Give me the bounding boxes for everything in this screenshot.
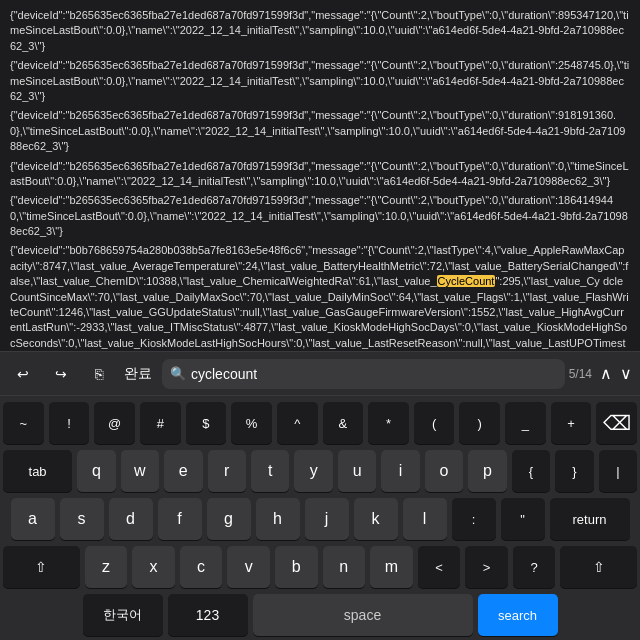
key-u[interactable]: u [338,450,376,492]
text-line-5: {"deviceId":"b265635ec6365fba27e1ded687a… [10,193,630,239]
key-c[interactable]: c [180,546,223,588]
key-k[interactable]: k [354,498,398,540]
key-caret[interactable]: ^ [277,402,318,444]
letters-row-2: a s d f g h j k l : " return [3,498,637,540]
key-w[interactable]: w [121,450,159,492]
key-colon[interactable]: : [452,498,496,540]
key-a[interactable]: a [11,498,55,540]
key-b[interactable]: b [275,546,318,588]
text-line-6: {"deviceId":"b0b768659754a280b038b5a7fe8… [10,243,630,351]
key-m[interactable]: m [370,546,413,588]
key-r[interactable]: r [208,450,246,492]
bottom-row: 한국어 123 space search [3,594,637,636]
language-key[interactable]: 한국어 [83,594,163,636]
toolbar: ↩ ↪ ⎘ 완료 🔍 5/14 ∧ ∨ [0,351,640,395]
key-x[interactable]: x [132,546,175,588]
key-lparen[interactable]: ( [414,402,455,444]
key-f[interactable]: f [158,498,202,540]
text-line-4: {"deviceId":"b265635ec6365fba27e1ded687a… [10,159,630,190]
return-key[interactable]: return [550,498,630,540]
key-o[interactable]: o [425,450,463,492]
key-gt[interactable]: > [465,546,508,588]
next-match-button[interactable]: ∨ [616,364,636,383]
key-at[interactable]: @ [94,402,135,444]
space-key[interactable]: space [253,594,473,636]
search-icon: 🔍 [170,366,186,381]
letters-row-3: ⇧ z x c v b n m < > ? ⇧ [3,546,637,588]
key-lt[interactable]: < [418,546,461,588]
shift-key[interactable]: ⇧ [3,546,80,588]
key-e[interactable]: e [164,450,202,492]
num-key[interactable]: 123 [168,594,248,636]
delete-key[interactable]: ⌫ [596,402,637,444]
key-underscore[interactable]: _ [505,402,546,444]
text-line-2: {"deviceId":"b265635ec6365fba27e1ded687a… [10,58,630,104]
key-pipe[interactable]: | [599,450,637,492]
text-line-3: {"deviceId":"b265635ec6365fba27e1ded687a… [10,108,630,154]
match-count: 5/14 [569,367,592,381]
key-l[interactable]: l [403,498,447,540]
key-d[interactable]: d [109,498,153,540]
key-j[interactable]: j [305,498,349,540]
key-rparen[interactable]: ) [459,402,500,444]
key-amp[interactable]: & [323,402,364,444]
key-q[interactable]: q [77,450,115,492]
key-y[interactable]: y [294,450,332,492]
search-input[interactable] [191,366,557,382]
key-asterisk[interactable]: * [368,402,409,444]
key-question[interactable]: ? [513,546,556,588]
search-bar: 🔍 [162,359,565,389]
key-percent[interactable]: % [231,402,272,444]
key-plus[interactable]: + [551,402,592,444]
key-h[interactable]: h [256,498,300,540]
key-s[interactable]: s [60,498,104,540]
key-lbrace[interactable]: { [512,450,550,492]
key-v[interactable]: v [227,546,270,588]
keyboard: ~ ! @ # $ % ^ & * ( ) _ + ⌫ tab q w e r … [0,395,640,640]
key-rbrace[interactable]: } [555,450,593,492]
key-dollar[interactable]: $ [186,402,227,444]
paste-button[interactable]: ⎘ [80,357,118,391]
undo-button[interactable]: ↩ [4,357,42,391]
shift-key-right[interactable]: ⇧ [560,546,637,588]
redo-button[interactable]: ↪ [42,357,80,391]
key-hash[interactable]: # [140,402,181,444]
done-button[interactable]: 완료 [118,357,158,391]
key-p[interactable]: p [468,450,506,492]
tab-key[interactable]: tab [3,450,72,492]
key-z[interactable]: z [85,546,128,588]
key-quote[interactable]: " [501,498,545,540]
key-n[interactable]: n [323,546,366,588]
key-i[interactable]: i [381,450,419,492]
symbol-row: ~ ! @ # $ % ^ & * ( ) _ + ⌫ [3,402,637,444]
key-tilde[interactable]: ~ [3,402,44,444]
search-key[interactable]: search [478,594,558,636]
key-t[interactable]: t [251,450,289,492]
key-g[interactable]: g [207,498,251,540]
text-line-1: {"deviceId":"b265635ec6365fba27e1ded687a… [10,8,630,54]
prev-match-button[interactable]: ∧ [596,364,616,383]
text-display-area: {"deviceId":"b265635ec6365fba27e1ded687a… [0,0,640,351]
key-exclaim[interactable]: ! [49,402,90,444]
letters-row-1: tab q w e r t y u i o p { } | [3,450,637,492]
